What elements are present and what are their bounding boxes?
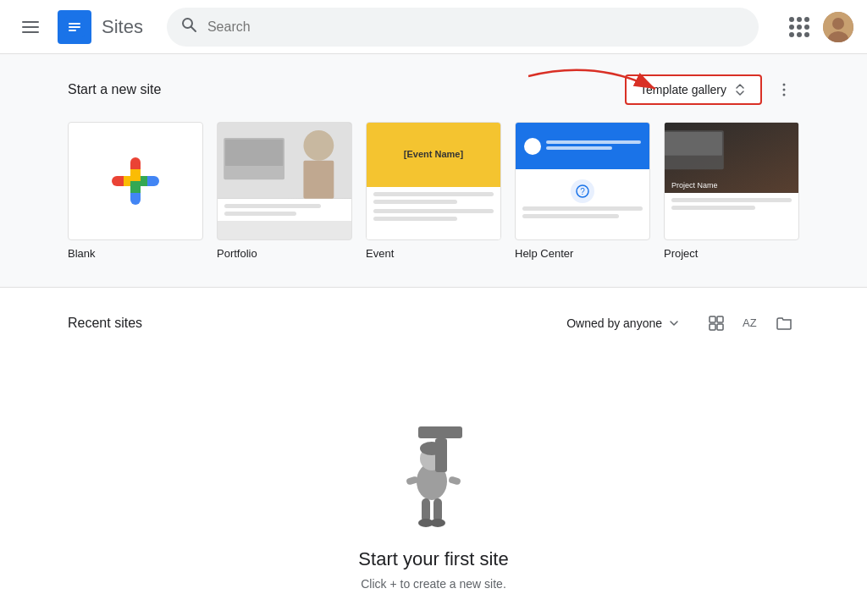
template-cards-container: Blank bbox=[68, 122, 799, 260]
template-card-project[interactable]: Project Name Project bbox=[664, 122, 799, 260]
template-card-help-center[interactable]: ? Help Center bbox=[515, 122, 650, 260]
event-header: [Event Name] bbox=[367, 123, 500, 187]
svg-rect-1 bbox=[22, 26, 39, 28]
svg-point-15 bbox=[783, 94, 786, 96]
svg-rect-37 bbox=[422, 498, 430, 522]
svg-rect-41 bbox=[418, 426, 462, 438]
more-options-button[interactable] bbox=[769, 74, 799, 105]
svg-text:AZ: AZ bbox=[743, 316, 757, 329]
help-body: ? bbox=[516, 169, 649, 239]
app-logo bbox=[58, 10, 91, 44]
template-card-event[interactable]: [Event Name] Event bbox=[366, 122, 501, 260]
grid-view-button[interactable] bbox=[701, 308, 732, 338]
apps-icon[interactable] bbox=[782, 10, 816, 44]
template-section-header: Start a new site Template gallery bbox=[68, 74, 799, 105]
project-thumbnail: Project Name bbox=[664, 122, 799, 240]
template-card-portfolio[interactable]: Portfolio bbox=[217, 122, 352, 260]
event-thumbnail: [Event Name] bbox=[366, 122, 501, 240]
help-header bbox=[516, 123, 649, 169]
svg-rect-28 bbox=[717, 316, 723, 322]
svg-point-14 bbox=[783, 89, 786, 91]
header-right bbox=[782, 10, 853, 44]
avatar[interactable] bbox=[823, 12, 853, 42]
svg-rect-5 bbox=[69, 26, 80, 28]
svg-rect-4 bbox=[69, 23, 80, 25]
event-header-text: [Event Name] bbox=[404, 148, 463, 161]
owned-by-dropdown[interactable]: Owned by anyone bbox=[560, 311, 688, 335]
help-thumbnail: ? bbox=[515, 122, 650, 240]
empty-state-subtitle: Click + to create a new site. bbox=[361, 577, 506, 591]
svg-point-40 bbox=[430, 519, 445, 527]
recent-header: Recent sites Owned by anyone AZ bbox=[68, 308, 799, 338]
template-card-blank[interactable]: Blank bbox=[68, 122, 203, 260]
svg-rect-38 bbox=[434, 498, 442, 522]
svg-rect-2 bbox=[22, 31, 39, 33]
svg-rect-42 bbox=[435, 438, 447, 472]
project-header-image: Project Name bbox=[665, 123, 798, 193]
search-bar[interactable] bbox=[167, 8, 759, 47]
app-header: Sites bbox=[0, 0, 867, 54]
svg-rect-30 bbox=[717, 324, 723, 330]
svg-rect-29 bbox=[710, 324, 715, 330]
svg-rect-0 bbox=[22, 21, 39, 23]
avatar-image bbox=[823, 12, 853, 42]
svg-rect-20 bbox=[303, 161, 334, 199]
blank-thumbnail bbox=[68, 122, 203, 240]
event-label: Event bbox=[366, 247, 501, 260]
view-icons: AZ bbox=[701, 308, 799, 338]
svg-line-8 bbox=[191, 27, 196, 32]
template-gallery-button[interactable]: Template gallery bbox=[625, 74, 762, 105]
chevron-down-icon bbox=[667, 316, 681, 330]
svg-rect-6 bbox=[69, 30, 76, 31]
search-icon bbox=[180, 16, 197, 37]
svg-point-19 bbox=[303, 130, 334, 161]
more-vert-icon bbox=[776, 81, 792, 98]
sort-alpha-button[interactable]: AZ bbox=[735, 308, 765, 338]
template-gallery-label: Template gallery bbox=[640, 83, 726, 96]
template-section: Start a new site Template gallery bbox=[0, 54, 867, 287]
empty-illustration bbox=[383, 410, 484, 528]
menu-icon[interactable] bbox=[14, 10, 47, 44]
template-gallery-wrap: Template gallery bbox=[625, 74, 799, 105]
start-new-site-title: Start a new site bbox=[68, 82, 161, 97]
svg-rect-27 bbox=[710, 316, 715, 322]
empty-state-svg bbox=[383, 410, 484, 536]
help-center-label: Help Center bbox=[515, 247, 650, 260]
recent-controls: Owned by anyone AZ bbox=[560, 308, 799, 338]
owned-by-label: Owned by anyone bbox=[566, 316, 662, 330]
plus-icon bbox=[112, 157, 159, 205]
portfolio-thumbnail bbox=[217, 122, 352, 240]
project-label: Project bbox=[664, 247, 799, 260]
event-body bbox=[367, 187, 500, 239]
portfolio-label: Portfolio bbox=[217, 247, 352, 260]
svg-point-10 bbox=[832, 18, 844, 30]
app-title: Sites bbox=[102, 16, 143, 38]
search-input[interactable] bbox=[207, 19, 745, 35]
empty-state-title: Start your first site bbox=[358, 548, 508, 570]
svg-point-13 bbox=[783, 84, 786, 86]
blank-label: Blank bbox=[68, 247, 203, 260]
svg-rect-36 bbox=[448, 476, 461, 485]
svg-rect-26 bbox=[665, 132, 722, 156]
sort-icon bbox=[733, 83, 747, 96]
recent-section: Recent sites Owned by anyone AZ bbox=[0, 287, 867, 616]
svg-text:?: ? bbox=[580, 187, 585, 196]
project-body bbox=[665, 193, 798, 218]
svg-rect-18 bbox=[225, 140, 283, 166]
folder-view-button[interactable] bbox=[769, 308, 799, 338]
empty-state: Start your first site Click + to create … bbox=[68, 359, 799, 616]
recent-sites-title: Recent sites bbox=[68, 316, 560, 331]
main-content: Start a new site Template gallery bbox=[0, 54, 867, 616]
